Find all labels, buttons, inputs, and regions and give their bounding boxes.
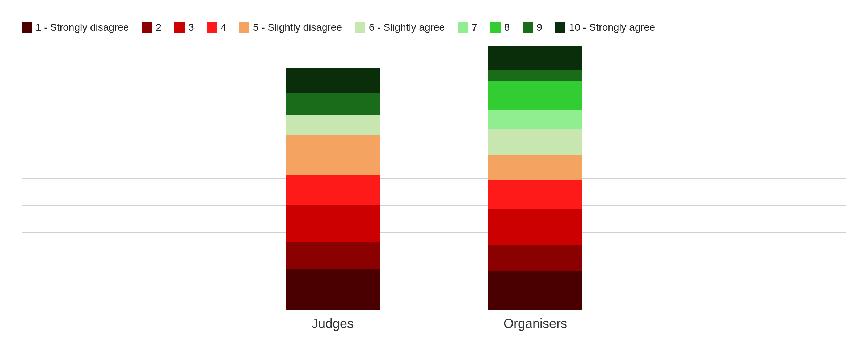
- legend-item-6: 6 - Slightly agree: [355, 22, 445, 33]
- legend-label-10: 10 - Strongly agree: [569, 22, 655, 33]
- legend-color-10: [555, 22, 565, 33]
- legend-color-1: [22, 22, 32, 33]
- bar-segment-8: [488, 81, 582, 110]
- bar-segment-6: [488, 129, 582, 155]
- legend-label-9: 9: [536, 22, 542, 33]
- legend-label-3: 3: [188, 22, 194, 33]
- organisers-bar-stack: [488, 46, 582, 310]
- organisers-x-label: Organisers: [488, 316, 582, 331]
- bar-segment-3: [488, 209, 582, 245]
- legend-color-9: [523, 22, 533, 33]
- legend-item-10: 10 - Strongly agree: [555, 22, 655, 33]
- bar-segment-5: [286, 135, 380, 175]
- legend-color-3: [174, 22, 185, 33]
- bar-segment-2: [286, 242, 380, 269]
- legend-item-2: 2: [142, 22, 161, 33]
- chart-container: 1 - Strongly disagree2345 - Slightly dis…: [0, 0, 868, 353]
- bar-segment-1: [488, 271, 582, 310]
- legend-item-4: 4: [207, 22, 227, 33]
- legend-color-6: [355, 22, 365, 33]
- bar-segment-10: [286, 68, 380, 93]
- legend-label-1: 1 - Strongly disagree: [35, 22, 129, 33]
- bar-segment-10: [488, 46, 582, 70]
- judges-bar-group: [286, 68, 380, 310]
- x-labels: Judges Organisers: [22, 310, 846, 331]
- legend-color-8: [490, 22, 501, 33]
- legend-item-5: 5 - Slightly disagree: [239, 22, 342, 33]
- judges-bar-stack: [286, 68, 380, 310]
- bar-segment-6: [286, 115, 380, 135]
- legend-item-9: 9: [523, 22, 542, 33]
- bar-segment-9: [286, 93, 380, 115]
- legend: 1 - Strongly disagree2345 - Slightly dis…: [22, 14, 846, 44]
- bar-segment-7: [488, 110, 582, 129]
- legend-label-7: 7: [472, 22, 477, 33]
- legend-item-1: 1 - Strongly disagree: [22, 22, 129, 33]
- bar-segment-5: [488, 155, 582, 180]
- legend-color-7: [458, 22, 468, 33]
- bar-segment-3: [286, 205, 380, 242]
- judges-x-label: Judges: [286, 316, 380, 331]
- legend-label-8: 8: [504, 22, 510, 33]
- organisers-bar-group: [488, 46, 582, 310]
- legend-color-5: [239, 22, 249, 33]
- bar-segment-9: [488, 70, 582, 81]
- legend-item-7: 7: [458, 22, 477, 33]
- legend-label-6: 6 - Slightly agree: [369, 22, 445, 33]
- legend-label-4: 4: [221, 22, 227, 33]
- legend-label-5: 5 - Slightly disagree: [253, 22, 342, 33]
- legend-label-2: 2: [156, 22, 161, 33]
- legend-color-4: [207, 22, 217, 33]
- legend-item-3: 3: [174, 22, 194, 33]
- bar-segment-2: [488, 245, 582, 271]
- bar-segment-4: [286, 175, 380, 205]
- legend-color-2: [142, 22, 152, 33]
- legend-item-8: 8: [490, 22, 510, 33]
- chart-area: Judges Organisers: [22, 44, 846, 331]
- bar-segment-4: [488, 180, 582, 209]
- bar-segment-1: [286, 269, 380, 310]
- bars-and-labels: [22, 44, 846, 310]
